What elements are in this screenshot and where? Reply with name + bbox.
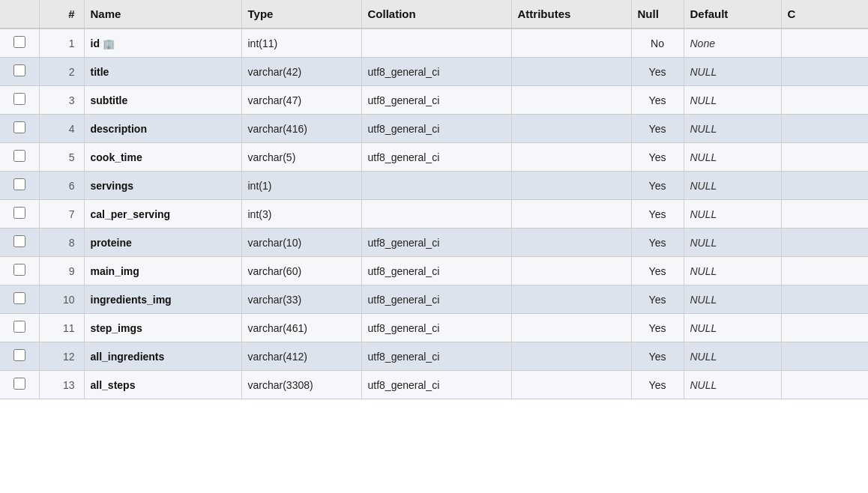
row-checkbox-cell [0,257,39,285]
row-number: 7 [39,200,84,229]
row-default: NULL [684,229,781,257]
row-checkbox[interactable] [13,178,25,190]
database-table-view: # Name Type Collation Attributes Null De… [0,0,868,493]
row-default: NULL [684,115,781,143]
row-null: Yes [631,143,684,172]
row-checkbox-cell [0,58,39,86]
row-checkbox[interactable] [13,235,25,247]
row-number: 9 [39,257,84,285]
row-field-name: id🏢 [84,28,241,58]
row-collation: utf8_general_ci [361,371,511,399]
table-row: 5cook_timevarchar(5)utf8_general_ciYesNU… [0,143,868,172]
table-row: 3subtitlevarchar(47)utf8_general_ciYesNU… [0,86,868,115]
row-default: NULL [684,342,781,371]
row-checkbox-cell [0,28,39,58]
row-number: 1 [39,28,84,58]
row-default: NULL [684,58,781,86]
row-field-type: varchar(33) [241,285,361,314]
header-num: # [39,0,84,28]
row-default: NULL [684,172,781,200]
row-field-name: step_imgs [84,314,241,342]
row-field-name: ingredients_img [84,285,241,314]
row-field-type: varchar(60) [241,257,361,285]
row-number: 3 [39,86,84,115]
row-checkbox-cell [0,314,39,342]
row-number: 2 [39,58,84,86]
row-checkbox-cell [0,172,39,200]
row-number: 10 [39,285,84,314]
row-checkbox-cell [0,342,39,371]
row-attributes [511,58,631,86]
row-field-name: proteine [84,229,241,257]
table-row: 1id🏢int(11)NoNone [0,28,868,58]
table-row: 4descriptionvarchar(416)utf8_general_ciY… [0,115,868,143]
row-checkbox-cell [0,285,39,314]
row-checkbox-cell [0,200,39,229]
row-default: NULL [684,371,781,399]
row-null: Yes [631,371,684,399]
row-checkbox-cell [0,229,39,257]
row-attributes [511,257,631,285]
header-type: Type [241,0,361,28]
row-checkbox[interactable] [13,264,25,276]
row-field-type: varchar(416) [241,115,361,143]
row-collation: utf8_general_ci [361,115,511,143]
primary-key-icon: 🏢 [103,38,115,49]
row-collation: utf8_general_ci [361,257,511,285]
row-attributes [511,285,631,314]
row-null: Yes [631,285,684,314]
row-collation: utf8_general_ci [361,86,511,115]
row-default: None [684,28,781,58]
header-check [0,0,39,28]
row-checkbox[interactable] [13,36,25,48]
row-field-name: cal_per_serving [84,200,241,229]
row-field-name: all_steps [84,371,241,399]
row-field-type: varchar(42) [241,58,361,86]
row-number: 5 [39,143,84,172]
row-collation: utf8_general_ci [361,143,511,172]
row-field-type: int(3) [241,200,361,229]
row-checkbox[interactable] [13,321,25,333]
row-field-name: title [84,58,241,86]
row-extra [781,58,868,86]
row-extra [781,229,868,257]
header-extra: C [781,0,868,28]
row-attributes [511,143,631,172]
row-number: 6 [39,172,84,200]
row-null: Yes [631,58,684,86]
row-number: 13 [39,371,84,399]
table-row: 10ingredients_imgvarchar(33)utf8_general… [0,285,868,314]
row-checkbox[interactable] [13,93,25,105]
row-field-type: varchar(3308) [241,371,361,399]
row-field-name: description [84,115,241,143]
row-default: NULL [684,285,781,314]
row-extra [781,28,868,58]
row-extra [781,172,868,200]
row-checkbox-cell [0,143,39,172]
row-checkbox[interactable] [13,349,25,361]
row-checkbox[interactable] [13,64,25,76]
row-checkbox[interactable] [13,150,25,162]
row-checkbox-cell [0,115,39,143]
row-checkbox[interactable] [13,121,25,133]
header-collation: Collation [361,0,511,28]
row-checkbox[interactable] [13,292,25,304]
row-attributes [511,86,631,115]
row-extra [781,86,868,115]
row-checkbox[interactable] [13,207,25,219]
row-field-type: varchar(47) [241,86,361,115]
row-extra [781,342,868,371]
row-attributes [511,342,631,371]
row-collation [361,200,511,229]
row-field-name: cook_time [84,143,241,172]
row-default: NULL [684,86,781,115]
header-name: Name [84,0,241,28]
row-field-name: all_ingredients [84,342,241,371]
row-attributes [511,314,631,342]
row-checkbox[interactable] [13,378,25,390]
row-null: Yes [631,314,684,342]
row-checkbox-cell [0,371,39,399]
row-field-type: varchar(10) [241,229,361,257]
table-row: 13all_stepsvarchar(3308)utf8_general_ciY… [0,371,868,399]
table-header-row: # Name Type Collation Attributes Null De… [0,0,868,28]
